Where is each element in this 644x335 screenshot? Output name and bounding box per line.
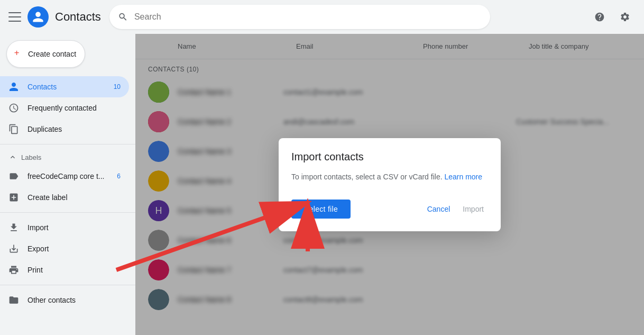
plus-icon: +	[13, 48, 24, 60]
topbar-left: Contacts	[8, 6, 101, 28]
help-button[interactable]	[589, 6, 610, 28]
frequently-contacted-label: Frequently contacted	[27, 104, 97, 112]
contacts-badge: 10	[114, 83, 121, 90]
svg-text:+: +	[14, 48, 20, 58]
content-area: Name Email Phone number Job title & comp…	[135, 34, 644, 335]
sidebar-item-frequently-contacted[interactable]: Frequently contacted	[0, 97, 129, 119]
contacts-label: Contacts	[27, 83, 57, 91]
select-file-button[interactable]: Select file	[291, 200, 351, 219]
create-label-text: Create label	[27, 193, 68, 202]
clock-icon	[8, 103, 19, 113]
app-icon	[27, 6, 49, 28]
app-title: Contacts	[55, 10, 101, 24]
export-label: Export	[27, 245, 49, 253]
import-label: Import	[27, 223, 49, 232]
search-icon	[118, 12, 128, 22]
help-icon	[594, 12, 605, 22]
freecodecamp-label: freeCodeCamp core t...	[27, 172, 105, 180]
import-button[interactable]: Import	[458, 200, 488, 219]
chevron-up-icon	[8, 153, 17, 161]
search-bar[interactable]	[109, 5, 490, 29]
other-contacts-icon	[8, 295, 19, 305]
topbar-right	[589, 6, 636, 28]
sidebar-divider-2	[0, 212, 135, 213]
learn-more-link[interactable]: Learn more	[444, 173, 482, 181]
sidebar-item-import[interactable]: Import	[0, 217, 129, 238]
sidebar-divider-1	[0, 144, 135, 144]
search-input[interactable]	[134, 12, 482, 22]
cancel-button[interactable]: Cancel	[423, 200, 455, 219]
freecodecamp-badge: 6	[117, 173, 121, 180]
topbar: Contacts	[0, 0, 644, 34]
create-contact-button[interactable]: + Create contact	[6, 40, 85, 68]
dialog-title: Import contacts	[291, 151, 488, 163]
labels-header-text: Labels	[21, 153, 41, 161]
main-layout: + Create contact Contacts 10 Frequently …	[0, 34, 644, 335]
import-icon	[8, 222, 19, 233]
copy-icon	[8, 124, 19, 134]
sidebar-item-print[interactable]: Print	[0, 259, 129, 280]
sidebar-item-other-contacts[interactable]: Other contacts	[0, 289, 129, 311]
sidebar-divider-3	[0, 285, 135, 285]
duplicates-label: Duplicates	[27, 125, 62, 133]
export-icon	[8, 243, 19, 254]
print-label: Print	[27, 266, 43, 274]
import-contacts-dialog: Import contacts To import contacts, sele…	[279, 138, 501, 231]
hamburger-menu[interactable]	[8, 11, 21, 23]
settings-icon	[620, 12, 630, 22]
settings-button[interactable]	[614, 6, 636, 28]
dialog-body-text: To import contacts, select a CSV or vCar…	[291, 173, 443, 181]
other-contacts-label: Other contacts	[27, 296, 76, 304]
create-contact-label: Create contact	[28, 50, 76, 58]
sidebar-item-duplicates[interactable]: Duplicates	[0, 119, 129, 140]
create-label-icon	[8, 192, 19, 203]
sidebar-item-create-label[interactable]: Create label	[0, 187, 129, 208]
person-icon	[8, 82, 19, 92]
sidebar-item-export[interactable]: Export	[0, 238, 129, 259]
dialog-body: To import contacts, select a CSV or vCar…	[291, 171, 488, 183]
sidebar-item-freecodecamp[interactable]: freeCodeCamp core t... 6	[0, 166, 129, 187]
label-icon	[8, 171, 19, 182]
dialog-actions: Select file Cancel Import	[291, 200, 488, 219]
sidebar: + Create contact Contacts 10 Frequently …	[0, 34, 135, 335]
labels-header[interactable]: Labels	[0, 149, 135, 166]
modal-overlay: Import contacts To import contacts, sele…	[135, 34, 644, 335]
print-icon	[8, 265, 19, 275]
sidebar-item-contacts[interactable]: Contacts 10	[0, 76, 129, 97]
